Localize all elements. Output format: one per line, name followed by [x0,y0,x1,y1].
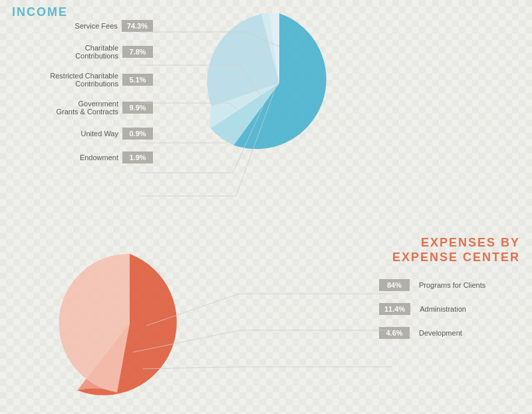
income-title: INCOME [12,5,68,19]
expense-legend: 84% Programs for Clients 11.4% Administr… [379,279,525,348]
income-badge-charitable: 7.8% [122,46,153,58]
income-badge-govt: 9.9% [122,102,153,114]
expense-label-dev: Development [419,329,525,337]
expense-badge-programs: 84% [379,279,410,291]
income-badge-restricted: 5.1% [122,74,153,86]
expense-item-dev: 4.6% Development [379,327,525,339]
income-badge-united-way: 0.9% [122,128,153,140]
income-legend: Service Fees 74.3% CharitableContributio… [7,20,153,173]
expense-label-programs: Programs for Clients [419,281,525,289]
expense-label-admin: Administration [420,305,525,313]
income-label-govt: GovernmentGrants & Contracts [7,100,118,116]
income-label-service-fees: Service Fees [7,22,118,30]
income-label-endowment: Endowment [7,154,118,161]
income-item-restricted: Restricted CharitableContributions 5.1% [7,72,153,88]
income-label-restricted: Restricted CharitableContributions [7,72,118,88]
income-badge-service-fees: 74.3% [122,20,153,32]
expense-badge-admin: 11.4% [379,303,410,315]
expense-badge-dev: 4.6% [379,327,410,339]
expense-item-admin: 11.4% Administration [379,303,525,315]
income-item-service-fees: Service Fees 74.3% [7,20,153,32]
income-item-united-way: United Way 0.9% [7,128,153,140]
income-item-charitable: CharitableContributions 7.8% [7,44,153,60]
expense-item-programs: 84% Programs for Clients [379,279,525,291]
income-badge-endowment: 1.9% [122,152,153,163]
income-label-united-way: United Way [7,130,118,138]
income-item-govt: GovernmentGrants & Contracts 9.9% [7,100,153,116]
income-item-endowment: Endowment 1.9% [7,152,153,163]
income-label-charitable: CharitableContributions [7,44,118,60]
expenses-title: EXPENSES BYEXPENSE CENTER [392,236,520,264]
